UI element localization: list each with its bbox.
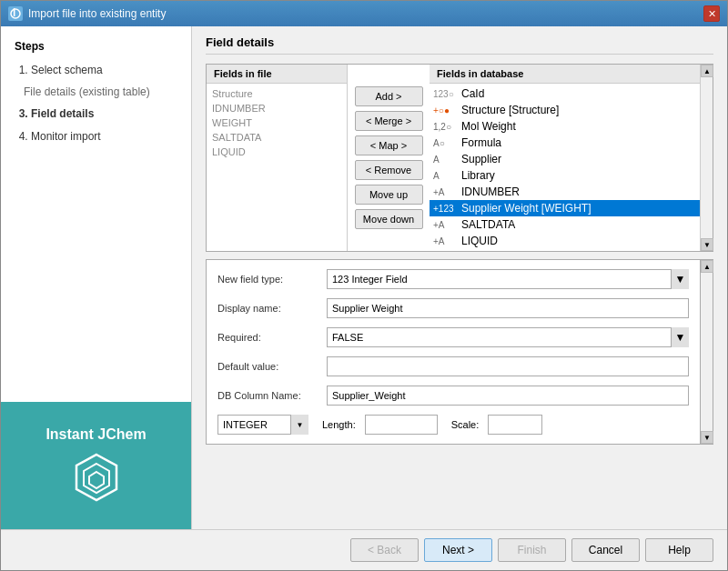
type-select[interactable]: INTEGER VARCHAR FLOAT bbox=[217, 415, 308, 435]
db-field-idnumber[interactable]: +A IDNUMBER bbox=[430, 184, 700, 200]
window-title: Import file into existing entity bbox=[28, 7, 166, 20]
action-buttons: Add > < Merge > < Map > < Remove Move up… bbox=[348, 65, 430, 251]
close-button[interactable]: ✕ bbox=[703, 5, 720, 22]
db-field-library-icon: A bbox=[433, 171, 459, 181]
db-field-idnumber-icon: +A bbox=[433, 187, 459, 197]
step-3: Field details bbox=[31, 105, 177, 123]
type-select-wrap: INTEGER VARCHAR FLOAT ▼ bbox=[217, 415, 308, 435]
required-label: Required: bbox=[217, 332, 327, 343]
file-fields-panel: Fields in file Structure IDNUMBER WEIGHT… bbox=[207, 65, 348, 251]
scale-input[interactable] bbox=[488, 415, 542, 435]
db-field-library-label: Library bbox=[461, 169, 495, 182]
top-scroll-track bbox=[701, 77, 713, 238]
form-scroll-down[interactable]: ▼ bbox=[701, 431, 713, 444]
content-area: Steps Select schema File details (existi… bbox=[1, 26, 727, 529]
db-field-library[interactable]: A Library bbox=[430, 167, 700, 184]
db-field-saltdata[interactable]: +A SALTDATA bbox=[430, 216, 700, 233]
file-fields-list: Structure IDNUMBER WEIGHT SALTDATA LIQUI… bbox=[207, 84, 347, 251]
field-type-select[interactable]: 123 Integer Field bbox=[327, 269, 689, 289]
field-type-label: New field type: bbox=[217, 274, 327, 285]
file-field-weight[interactable]: WEIGHT bbox=[207, 115, 347, 130]
next-button[interactable]: Next > bbox=[424, 538, 492, 562]
title-bar-left: i Import file into existing entity bbox=[8, 6, 166, 21]
fields-container: Fields in file Structure IDNUMBER WEIGHT… bbox=[206, 64, 713, 252]
db-field-saltdata-icon: +A bbox=[433, 220, 459, 230]
form-scroll-up[interactable]: ▲ bbox=[701, 260, 713, 273]
db-field-structure[interactable]: +○● Structure [Structure] bbox=[430, 102, 700, 118]
svg-marker-4 bbox=[89, 472, 104, 488]
db-field-structure-icon: +○● bbox=[433, 105, 459, 115]
steps-panel: Steps Select schema File details (existi… bbox=[1, 26, 191, 402]
file-field-idnumber[interactable]: IDNUMBER bbox=[207, 101, 347, 115]
display-name-row: Display name: bbox=[217, 298, 689, 318]
file-field-saltdata[interactable]: SALTDATA bbox=[207, 130, 347, 145]
db-field-structure-label: Structure [Structure] bbox=[461, 104, 559, 116]
move-down-button[interactable]: Move down bbox=[355, 209, 423, 229]
back-button[interactable]: < Back bbox=[350, 538, 419, 562]
step-2: File details (existing table) bbox=[24, 84, 177, 101]
db-field-molweight-icon: 1,2○ bbox=[433, 122, 459, 132]
db-field-liquid-label: LIQUID bbox=[461, 235, 498, 247]
form-scrollbar: ▲ ▼ bbox=[700, 260, 713, 444]
main-window: i Import file into existing entity ✕ Ste… bbox=[0, 0, 728, 571]
display-name-input[interactable] bbox=[327, 298, 689, 318]
length-input[interactable] bbox=[365, 415, 438, 435]
fields-inner: Fields in file Structure IDNUMBER WEIGHT… bbox=[207, 65, 700, 251]
scale-label: Scale: bbox=[451, 419, 480, 430]
display-name-label: Display name: bbox=[217, 303, 327, 314]
db-field-molweight-label: Mol Weight bbox=[461, 120, 516, 133]
bottom-bar: < Back Next > Finish Cancel Help bbox=[1, 529, 727, 570]
db-field-supplier[interactable]: A Supplier bbox=[430, 151, 700, 167]
step-4: Monitor import bbox=[31, 128, 177, 145]
help-button[interactable]: Help bbox=[645, 538, 713, 562]
move-up-button[interactable]: Move up bbox=[355, 185, 423, 205]
db-field-caid[interactable]: 123○ CaId bbox=[430, 85, 700, 102]
panel-title: Field details bbox=[206, 35, 713, 55]
db-field-formula-icon: A○ bbox=[433, 138, 459, 148]
file-field-structure[interactable]: Structure bbox=[207, 86, 347, 101]
cancel-button[interactable]: Cancel bbox=[571, 538, 640, 562]
field-type-select-wrap: 123 Integer Field ▼ bbox=[327, 269, 689, 289]
db-field-supplier-label: Supplier bbox=[461, 153, 501, 165]
field-type-row: New field type: 123 Integer Field ▼ bbox=[217, 269, 689, 289]
steps-title: Steps bbox=[15, 40, 177, 53]
required-select-wrap: FALSE TRUE ▼ bbox=[327, 327, 689, 347]
file-field-liquid[interactable]: LIQUID bbox=[207, 145, 347, 159]
finish-button[interactable]: Finish bbox=[498, 538, 566, 562]
db-field-molweight[interactable]: 1,2○ Mol Weight bbox=[430, 118, 700, 135]
map-button[interactable]: < Map > bbox=[355, 135, 423, 155]
steps-list: Select schema File details (existing tab… bbox=[15, 62, 177, 145]
brand-icon bbox=[69, 450, 124, 505]
db-field-caid-icon: 123○ bbox=[433, 89, 459, 99]
db-column-input[interactable] bbox=[327, 386, 689, 406]
required-select[interactable]: FALSE TRUE bbox=[327, 327, 689, 347]
top-scrollbar: ▲ ▼ bbox=[700, 65, 713, 251]
sidebar: Steps Select schema File details (existi… bbox=[1, 26, 192, 529]
top-scroll-down[interactable]: ▼ bbox=[701, 238, 713, 251]
required-row: Required: FALSE TRUE ▼ bbox=[217, 327, 689, 347]
db-field-liquid-icon: +A bbox=[433, 236, 459, 246]
file-fields-header: Fields in file bbox=[207, 65, 347, 84]
db-fields-panel: Fields in database 123○ CaId +○● Structu… bbox=[430, 65, 700, 251]
db-field-liquid[interactable]: +A LIQUID bbox=[430, 233, 700, 249]
db-field-supplierweight[interactable]: +123 Supplier Weight [WEIGHT] bbox=[430, 200, 700, 216]
step-1: Select schema bbox=[31, 62, 177, 79]
default-value-label: Default value: bbox=[217, 361, 327, 372]
default-value-row: Default value: bbox=[217, 356, 689, 376]
db-fields-list: 123○ CaId +○● Structure [Structure] 1,2○… bbox=[430, 84, 700, 251]
default-value-input[interactable] bbox=[327, 356, 689, 376]
top-scroll-up[interactable]: ▲ bbox=[701, 65, 713, 77]
merge-button[interactable]: < Merge > bbox=[355, 111, 423, 131]
db-field-caid-label: CaId bbox=[461, 87, 484, 100]
db-fields-header: Fields in database bbox=[430, 65, 700, 84]
brand-name: Instant JChem bbox=[46, 426, 146, 443]
svg-text:i: i bbox=[13, 8, 15, 19]
type-length-row: INTEGER VARCHAR FLOAT ▼ Length: Scale: bbox=[217, 415, 689, 435]
db-field-supplier-icon: A bbox=[433, 155, 459, 165]
db-field-formula[interactable]: A○ Formula bbox=[430, 135, 700, 151]
remove-button[interactable]: < Remove bbox=[355, 160, 423, 180]
add-button[interactable]: Add > bbox=[355, 86, 423, 106]
form-inner: New field type: 123 Integer Field ▼ Disp… bbox=[207, 260, 700, 444]
db-field-supplierweight-label: Supplier Weight [WEIGHT] bbox=[461, 202, 592, 215]
form-scroll-track bbox=[701, 273, 713, 431]
